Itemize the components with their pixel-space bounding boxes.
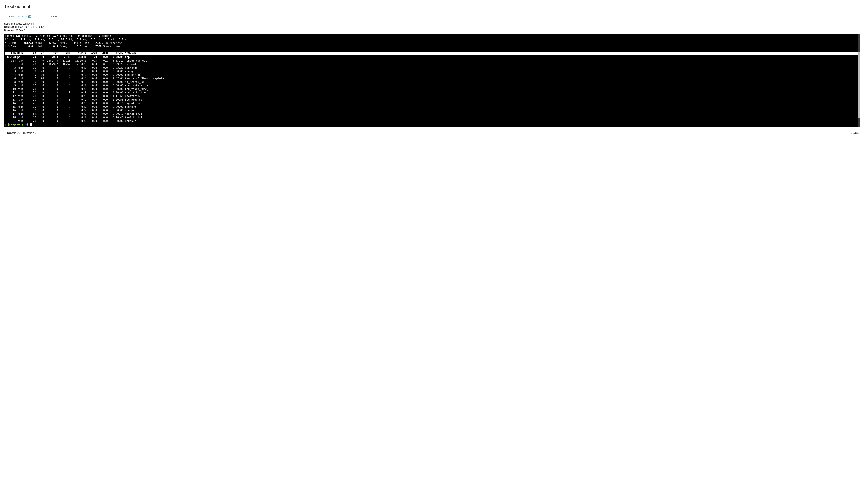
- process-row: 9 root 20 0 0 0 0 S 0.0 0.0 0:00.00 rcu_…: [5, 84, 859, 87]
- process-row: 865498 pi 20 0 7004 2840 2368 R 1.0 0.0 …: [5, 56, 859, 59]
- session-status-value: connected: [23, 22, 34, 25]
- page-title: Troubleshoot: [4, 4, 860, 9]
- duration-label: Duration:: [4, 29, 15, 32]
- process-row: 304 root 20 0 1602840 13228 10316 S 0.3 …: [5, 59, 859, 63]
- process-row: 14 root rt 0 0 0 0 S 0.0 0.0 0:00.10 mig…: [5, 101, 859, 105]
- process-table-header: PID USER PR NI VIRT RES SHR S %CPU %MEM …: [5, 52, 859, 56]
- duration-value: 00:00:48: [15, 29, 25, 32]
- duration-line: Duration: 00:00:48: [4, 29, 860, 32]
- session-status-line: Session status: connected: [4, 22, 860, 25]
- process-row: 11 root 20 0 0 0 0 S 0.0 0.0 0:00.00 rcu…: [5, 91, 859, 95]
- terminal-container: Tasks: 128 total, 1 running, 127 sleepin…: [4, 34, 860, 127]
- process-row: 12 root 20 0 0 0 0 S 0.0 0.0 1:11.65 kso…: [5, 95, 859, 98]
- process-row: 6 root 0 -20 0 0 0 I 0.0 0.0 1:57.07 kwo…: [5, 77, 859, 80]
- process-row: 18 root 20 0 0 0 0 S 0.0 0.0 0:10.40 kso…: [5, 116, 859, 119]
- process-row: 4 root 0 -20 0 0 0 I 0.0 0.0 0:00.00 rcu…: [5, 73, 859, 77]
- bottom-bar: DISCONNECT TERMINAL CLOSE: [4, 127, 860, 134]
- cursor-icon: [30, 123, 32, 126]
- terminal-scrollbar-thumb[interactable]: [858, 52, 860, 118]
- process-row: 3 root 0 -20 0 0 0 I 0.0 0.0 0:00.00 rcu…: [5, 70, 859, 73]
- tab-file-transfer-label: File transfer: [44, 15, 58, 18]
- terminal-scrollbar[interactable]: [858, 34, 860, 127]
- tabs: Remote terminal File transfer: [4, 13, 860, 21]
- session-status-block: Session status: connected Connection sta…: [4, 22, 860, 32]
- connection-start-line: Connection start: 2022-04-17 22:57: [4, 25, 860, 29]
- connection-start-value: 2022-04-17 22:57: [25, 26, 44, 28]
- process-row: 17 root rt 0 0 0 0 S 0.0 0.0 0:00.10 mig…: [5, 112, 859, 116]
- disconnect-terminal-button[interactable]: DISCONNECT TERMINAL: [4, 132, 36, 134]
- process-row: 2 root 20 0 0 0 0 S 0.0 0.0 0:02.30 kthr…: [5, 66, 859, 70]
- process-row: 13 root 20 0 0 0 0 I 0.0 0.0 2:20.53 rcu…: [5, 98, 859, 102]
- terminal-icon: [28, 15, 31, 18]
- process-row: 1 root 20 0 167992 10252 7200 S 0.0 0.1 …: [5, 62, 859, 66]
- process-row: 10 root 20 0 0 0 0 S 0.0 0.0 0:00.00 rcu…: [5, 87, 859, 91]
- terminal-prompt[interactable]: pi@raspberry:~$: [5, 123, 859, 126]
- close-button[interactable]: CLOSE: [851, 132, 860, 134]
- session-status-label: Session status:: [4, 22, 22, 25]
- process-row: 8 root 0 -20 0 0 0 I 0.0 0.0 0:00.00 mm_…: [5, 80, 859, 84]
- svg-rect-0: [28, 15, 31, 17]
- tab-remote-terminal[interactable]: Remote terminal: [8, 15, 31, 18]
- tab-file-transfer[interactable]: File transfer: [44, 15, 58, 18]
- process-row: 16 root 20 0 0 0 0 S 0.0 0.0 0:00.00 cpu…: [5, 109, 859, 112]
- process-row: 21 root 20 0 0 0 0 S 0.0 0.0 0:00.00 cpu…: [5, 119, 859, 123]
- process-row: 15 root 20 0 0 0 0 S 0.0 0.0 0:00.00 cpu…: [5, 105, 859, 109]
- tab-remote-terminal-label: Remote terminal: [8, 15, 27, 18]
- connection-start-label: Connection start:: [4, 26, 24, 28]
- terminal[interactable]: Tasks: 128 total, 1 running, 127 sleepin…: [4, 34, 860, 127]
